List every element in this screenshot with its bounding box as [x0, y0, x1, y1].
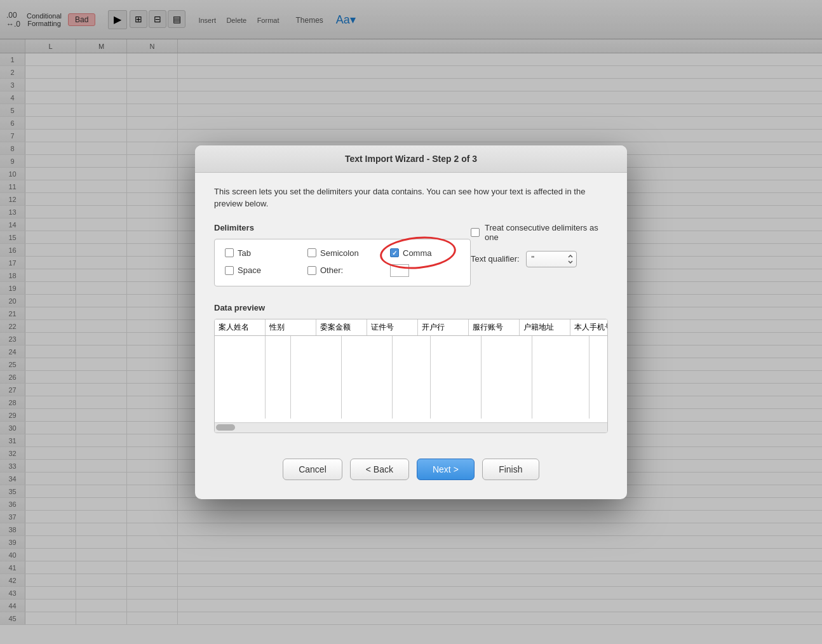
delimiters-label: Delimiters — [214, 223, 471, 232]
dialog-overlay: Text Import Wizard - Step 2 of 3 This sc… — [0, 0, 822, 644]
other-label: Other: — [320, 265, 343, 275]
space-label: Space — [238, 265, 261, 275]
preview-col-0: 案人姓名 — [215, 319, 266, 335]
back-button[interactable]: < Back — [350, 459, 409, 480]
preview-header-row: 案人姓名 性别 委案金额 证件号 开户行 服行账号 户籍地址 本人手机号 贷款本… — [215, 319, 607, 336]
semicolon-label: Semicolon — [320, 248, 359, 258]
delimiter-box: Tab Semicolon Comma — [214, 239, 471, 286]
space-checkbox[interactable] — [225, 266, 234, 275]
other-checkbox-item[interactable]: Other: — [307, 265, 377, 275]
other-checkbox[interactable] — [307, 266, 316, 275]
tab-checkbox[interactable] — [225, 248, 234, 257]
data-preview-label: Data preview — [214, 303, 608, 312]
comma-checkbox-item[interactable]: Comma — [390, 248, 460, 258]
select-arrow-icon — [567, 255, 574, 264]
consecutive-label: Treat consecutive delimiters as one — [485, 223, 608, 242]
preview-col-1: 性别 — [266, 319, 316, 335]
delimiter-row-1: Tab Semicolon Comma — [225, 248, 460, 258]
delimiter-row-2: Space Other: — [225, 264, 460, 277]
tab-label: Tab — [238, 248, 251, 258]
data-preview-section: Data preview 案人姓名 性别 委案金额 证件号 开户行 服行账号 户… — [214, 303, 608, 433]
text-qualifier-select[interactable]: " — [526, 251, 577, 267]
preview-horizontal-scrollbar[interactable] — [215, 422, 607, 433]
comma-label: Comma — [403, 248, 432, 258]
preview-col-6: 户籍地址 — [520, 319, 570, 335]
scrollbar-thumb[interactable] — [216, 424, 235, 431]
preview-col-4: 开户行 — [418, 319, 469, 335]
dialog-title-bar: Text Import Wizard - Step 2 of 3 — [195, 145, 627, 173]
text-qualifier-value: " — [532, 254, 535, 264]
consecutive-row: Treat consecutive delimiters as one — [471, 223, 608, 242]
preview-box[interactable]: 案人姓名 性别 委案金额 证件号 开户行 服行账号 户籍地址 本人手机号 贷款本… — [214, 319, 608, 433]
preview-col-2: 委案金额 — [316, 319, 367, 335]
cancel-button[interactable]: Cancel — [283, 459, 342, 480]
tab-checkbox-item[interactable]: Tab — [225, 248, 295, 258]
options-row: Delimiters Tab Semicolon — [214, 223, 608, 297]
other-input[interactable] — [390, 264, 409, 277]
next-button[interactable]: Next > — [417, 459, 475, 480]
preview-data-area — [215, 336, 607, 419]
delimiters-section: Delimiters Tab Semicolon — [214, 223, 471, 286]
preview-col-3: 证件号 — [367, 319, 418, 335]
preview-col-7: 本人手机号 — [570, 319, 608, 335]
dialog-buttons: Cancel < Back Next > Finish — [195, 459, 627, 480]
comma-checkbox[interactable] — [390, 248, 399, 257]
preview-col-5: 服行账号 — [469, 319, 520, 335]
text-qualifier-label: Text qualifier: — [471, 254, 520, 264]
consecutive-checkbox[interactable] — [471, 228, 480, 237]
space-checkbox-item[interactable]: Space — [225, 265, 295, 275]
text-qualifier-row: Text qualifier: " — [471, 251, 608, 267]
semicolon-checkbox-item[interactable]: Semicolon — [307, 248, 377, 258]
finish-button[interactable]: Finish — [482, 459, 539, 480]
dialog-description: This screen lets you set the delimiters … — [214, 185, 608, 210]
dialog-body: This screen lets you set the delimiters … — [195, 173, 627, 446]
right-controls: Treat consecutive delimiters as one Text… — [471, 223, 608, 267]
semicolon-checkbox[interactable] — [307, 248, 316, 257]
comma-wrapper: Comma — [390, 248, 432, 258]
dialog-title: Text Import Wizard - Step 2 of 3 — [345, 154, 477, 164]
import-wizard-dialog: Text Import Wizard - Step 2 of 3 This sc… — [195, 145, 627, 499]
